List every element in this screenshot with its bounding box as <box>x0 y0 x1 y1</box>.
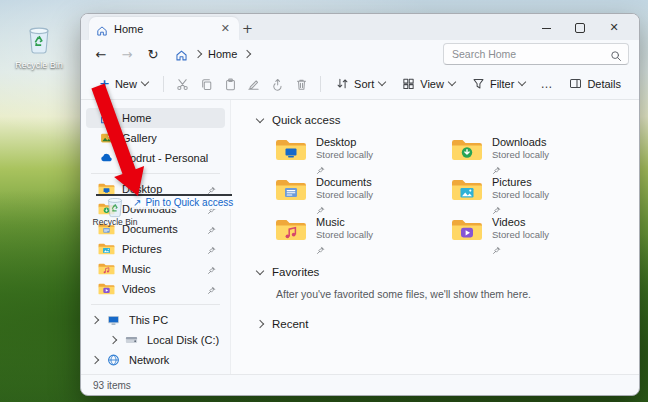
quick-access-item-downloads[interactable]: Downloads Stored locally <box>451 136 627 174</box>
item-name: Pictures <box>492 176 549 189</box>
paste-button[interactable] <box>219 72 242 95</box>
new-button[interactable]: + New <box>91 74 156 94</box>
section-quick-access[interactable]: Quick access <box>257 110 639 130</box>
expand-chevron-icon[interactable] <box>91 356 99 364</box>
network-icon <box>105 353 122 367</box>
main-content: Quick access Desktop Stored locally Down… <box>231 100 639 374</box>
breadcrumb-home-icon[interactable] <box>175 48 188 61</box>
cut-button[interactable] <box>171 72 194 95</box>
collapse-chevron-icon[interactable] <box>256 114 264 122</box>
search-icon <box>610 48 622 60</box>
documents-folder-icon <box>275 177 307 203</box>
sidebar-item-label: Music <box>122 263 200 275</box>
drag-tooltip-text: Pin to Quick access <box>145 197 233 208</box>
sidebar-item-local-disk[interactable]: Local Disk (C:) <box>86 330 225 350</box>
item-name: Desktop <box>316 136 373 149</box>
item-detail: Stored locally <box>316 149 373 161</box>
collapse-chevron-icon[interactable] <box>256 266 264 274</box>
breadcrumb-location[interactable]: Home <box>208 48 237 60</box>
sidebar-item-network[interactable]: Network <box>86 350 225 370</box>
copy-button[interactable] <box>195 72 218 95</box>
details-button[interactable]: Details <box>561 73 629 94</box>
sidebar-item-home[interactable]: Home <box>86 108 225 128</box>
chevron-down-icon <box>518 78 526 86</box>
downloads-folder-icon <box>451 137 483 163</box>
pin-icon <box>316 201 325 210</box>
quick-access-item-videos[interactable]: Videos Stored locally <box>451 216 627 254</box>
recycle-bin-desktop-icon[interactable]: Recycle Bin <box>8 22 70 70</box>
drag-ghost-recycle-bin-icon[interactable] <box>104 194 126 218</box>
forward-button[interactable]: → <box>115 47 139 62</box>
drag-tooltip: ↗ Pin to Quick access <box>131 196 238 209</box>
item-detail: Stored locally <box>492 229 549 241</box>
quick-access-item-music[interactable]: Music Stored locally <box>275 216 451 254</box>
quick-access-item-desktop[interactable]: Desktop Stored locally <box>275 136 451 174</box>
item-name: Music <box>316 216 373 229</box>
item-detail: Stored locally <box>492 189 549 201</box>
maximize-button[interactable] <box>563 21 597 33</box>
item-detail: Stored locally <box>316 229 373 241</box>
share-icon <box>271 77 284 90</box>
more-options-button[interactable]: … <box>534 77 559 91</box>
view-icon <box>402 77 415 90</box>
tab-close-icon[interactable]: ✕ <box>219 22 232 35</box>
sidebar-item-pictures[interactable]: Pictures <box>86 239 225 259</box>
pin-icon <box>207 245 216 254</box>
sidebar-item-label: Videos <box>122 283 200 295</box>
pin-icon <box>492 241 501 250</box>
filter-button[interactable]: Filter <box>464 73 533 94</box>
sidebar-item-onedrive[interactable]: Codrut - Personal <box>86 148 225 168</box>
section-recent[interactable]: Recent <box>257 314 639 334</box>
sidebar-separator <box>91 304 220 305</box>
navigation-sidebar: Home Gallery Codrut - Personal Desktop D… <box>81 100 231 374</box>
sidebar-item-videos[interactable]: Videos <box>86 279 225 299</box>
sidebar-item-label: Local Disk (C:) <box>147 334 221 346</box>
sidebar-item-gallery[interactable]: Gallery <box>86 128 225 148</box>
share-button[interactable] <box>266 72 289 95</box>
search-input[interactable] <box>450 47 610 61</box>
view-button[interactable]: View <box>394 73 463 94</box>
close-button[interactable]: ✕ <box>597 21 631 34</box>
sort-icon <box>336 77 349 90</box>
explorer-tab-home[interactable]: Home ✕ <box>89 17 239 40</box>
expand-chevron-icon[interactable] <box>109 336 117 344</box>
expand-chevron-icon[interactable] <box>256 320 264 328</box>
quick-access-item-pictures[interactable]: Pictures Stored locally <box>451 176 627 214</box>
gallery-icon <box>98 131 115 145</box>
new-tab-button[interactable]: + <box>237 21 258 37</box>
breadcrumb-chevron-icon[interactable] <box>243 50 251 58</box>
back-button[interactable]: ← <box>89 47 113 62</box>
command-toolbar: + New Sort View Filter … <box>81 68 639 100</box>
sidebar-item-label: This PC <box>129 314 221 326</box>
tab-title: Home <box>114 23 213 35</box>
toolbar-divider <box>163 76 164 92</box>
minimize-button[interactable] <box>529 21 563 33</box>
pictures-folder-icon <box>451 177 483 203</box>
new-button-label: New <box>115 78 137 90</box>
sidebar-separator <box>91 173 220 174</box>
title-bar: Home ✕ + ✕ <box>81 14 639 40</box>
drag-ghost-label: Recycle Bin <box>84 217 146 227</box>
pin-icon <box>207 265 216 274</box>
quick-access-item-documents[interactable]: Documents Stored locally <box>275 176 451 214</box>
expand-chevron-icon[interactable] <box>91 316 99 324</box>
rename-button[interactable] <box>243 72 266 95</box>
sort-button-label: Sort <box>354 78 374 90</box>
navigation-bar: ← → ↻ Home <box>81 40 639 68</box>
recycle-bin-icon <box>24 22 54 55</box>
rename-icon <box>247 77 260 90</box>
sort-button[interactable]: Sort <box>328 73 393 94</box>
sidebar-item-label: Pictures <box>122 243 200 255</box>
search-box[interactable] <box>443 43 629 65</box>
delete-button[interactable] <box>290 72 313 95</box>
sidebar-item-label: Network <box>129 354 221 366</box>
breadcrumb: Home <box>175 48 250 61</box>
refresh-button[interactable]: ↻ <box>141 47 165 62</box>
sidebar-item-this-pc[interactable]: This PC <box>86 310 225 330</box>
section-favorites[interactable]: Favorites <box>257 262 639 282</box>
pin-icon <box>316 161 325 170</box>
breadcrumb-chevron-icon[interactable] <box>194 50 202 58</box>
sidebar-item-music[interactable]: Music <box>86 259 225 279</box>
videos-folder-icon <box>98 282 115 296</box>
sidebar-item-label: Gallery <box>122 132 221 144</box>
